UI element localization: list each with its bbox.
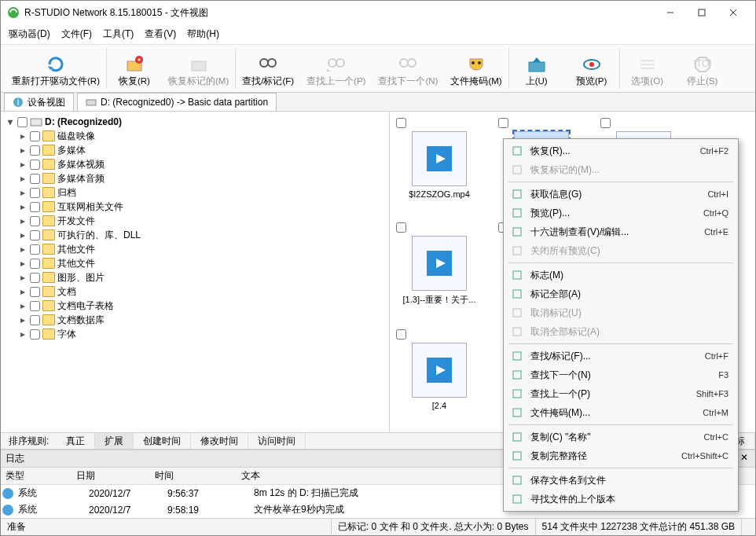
menu-item-find[interactable]: 查找/标记(F)...Ctrl+F — [505, 347, 736, 365]
collapse-icon[interactable]: ▾ — [6, 116, 15, 127]
tool-recover[interactable]: 恢复(R) — [107, 48, 162, 89]
expand-icon[interactable]: ▸ — [18, 145, 28, 156]
file-thumb[interactable]: [2.4 — [396, 329, 483, 410]
tree-checkbox[interactable] — [30, 230, 40, 240]
expand-icon[interactable]: ▸ — [18, 173, 28, 184]
expand-icon[interactable]: ▸ — [18, 329, 28, 340]
tree-checkbox[interactable] — [30, 315, 40, 325]
file-thumb[interactable]: [1.3]--重要！关于... — [396, 222, 483, 306]
menu-help[interactable]: 帮助(H) — [187, 28, 219, 41]
file-checkbox[interactable] — [396, 329, 406, 340]
tool-mask[interactable]: 文件掩码(M) — [444, 48, 508, 89]
tool-find-prev[interactable]: 查找上一个(P) — [300, 48, 372, 89]
tree-checkbox[interactable] — [30, 160, 40, 170]
maximize-button[interactable] — [686, 2, 717, 24]
expand-icon[interactable]: ▸ — [18, 286, 28, 297]
tool-find[interactable]: 查找/标记(F) — [236, 48, 300, 89]
menu-drive[interactable]: 驱动器(D) — [9, 28, 50, 41]
tool-options[interactable]: 选项(O) — [620, 48, 675, 89]
expand-icon[interactable]: ▸ — [18, 314, 28, 325]
tree-root[interactable]: ▾ D: (Recognized0) — [1, 115, 389, 129]
tool-reopen[interactable]: 重新打开驱动文件(R) — [6, 48, 106, 89]
tree-checkbox[interactable] — [30, 188, 40, 198]
tree-checkbox[interactable] — [30, 273, 40, 283]
tree-checkbox[interactable] — [30, 259, 40, 269]
tree-item[interactable]: ▸其他文件 — [1, 242, 389, 256]
menu-item-save[interactable]: 保存文件名到文件 — [505, 471, 736, 490]
folder-tree[interactable]: ▾ D: (Recognized0) ▸磁盘映像▸多媒体▸多媒体视频▸多媒体音频… — [1, 112, 390, 432]
menu-item-hex[interactable]: 十六进制查看(V)/编辑...Ctrl+E — [505, 222, 736, 241]
tree-item[interactable]: ▸互联网相关文件 — [1, 200, 389, 214]
tree-checkbox[interactable] — [30, 244, 40, 255]
menu-item-recover[interactable]: 恢复(R)...Ctrl+F2 — [505, 141, 736, 160]
tool-preview[interactable]: 预览(P) — [564, 48, 619, 89]
tab-device-view[interactable]: i 设备视图 — [4, 93, 74, 111]
expand-icon[interactable]: ▸ — [18, 159, 28, 170]
tree-checkbox[interactable] — [30, 301, 40, 311]
expand-icon[interactable]: ▸ — [18, 215, 28, 226]
menu-item-info[interactable]: 获取信息(G)Ctrl+I — [505, 185, 736, 204]
menu-file[interactable]: 文件(F) — [61, 28, 92, 41]
close-button[interactable] — [717, 2, 749, 24]
menu-item-mark[interactable]: 标志(M) — [505, 266, 736, 285]
tab-path[interactable]: D: (Recognized0) -> Basic data partition — [77, 93, 277, 111]
menu-tools[interactable]: 工具(T) — [103, 28, 134, 41]
menu-item-mark-all[interactable]: 标记全部(A) — [505, 285, 736, 303]
menu-item-find-next[interactable]: 查找下一个(N)F3 — [505, 365, 736, 384]
file-checkbox[interactable] — [600, 118, 611, 128]
tree-checkbox[interactable] — [30, 216, 40, 226]
tree-item[interactable]: ▸文档数据库 — [1, 313, 389, 327]
tree-checkbox[interactable] — [30, 202, 40, 212]
tree-item[interactable]: ▸文档电子表格 — [1, 299, 389, 313]
tree-item[interactable]: ▸多媒体 — [1, 143, 389, 157]
menu-item-copy-path[interactable]: 复制完整路径Ctrl+Shift+C — [505, 446, 736, 465]
expand-icon[interactable]: ▸ — [18, 272, 28, 283]
sort-atime[interactable]: 访问时间 — [248, 433, 306, 449]
menu-item-previous[interactable]: 寻找文件的上个版本 — [505, 490, 736, 508]
sort-mtime[interactable]: 修改时间 — [191, 433, 248, 449]
tree-item[interactable]: ▸可执行的、库、DLL — [1, 228, 389, 242]
tree-item[interactable]: ▸多媒体视频 — [1, 157, 389, 171]
svg-rect-54 — [513, 390, 521, 398]
tree-checkbox[interactable] — [30, 329, 40, 340]
expand-icon[interactable]: ▸ — [18, 201, 28, 212]
tree-item[interactable]: ▸字体 — [1, 327, 389, 341]
tool-stop[interactable]: STOP停止(S) — [675, 48, 730, 89]
expand-icon[interactable]: ▸ — [18, 244, 28, 255]
file-checkbox[interactable] — [396, 118, 406, 128]
file-checkbox[interactable] — [498, 118, 508, 128]
tree-item[interactable]: ▸开发文件 — [1, 214, 389, 228]
tree-checkbox[interactable] — [17, 117, 28, 127]
tree-item[interactable]: ▸归档 — [1, 185, 389, 200]
tree-checkbox[interactable] — [30, 145, 40, 156]
tool-find-next[interactable]: 查找下一个(N) — [372, 48, 444, 89]
tree-item[interactable]: ▸其他文件 — [1, 256, 389, 270]
tree-item[interactable]: ▸文档 — [1, 285, 389, 299]
menu-item-preview[interactable]: 预览(P)...Ctrl+Q — [505, 204, 736, 222]
expand-icon[interactable]: ▸ — [18, 229, 28, 240]
expand-icon[interactable]: ▸ — [18, 258, 28, 269]
tree-item[interactable]: ▸磁盘映像 — [1, 129, 389, 143]
sort-ext[interactable]: 扩展 — [95, 433, 134, 449]
menu-view[interactable]: 查看(V) — [145, 28, 176, 41]
expand-icon[interactable]: ▸ — [18, 187, 28, 198]
menu-item-mask[interactable]: 文件掩码(M)...Ctrl+M — [505, 403, 736, 422]
sort-real[interactable]: 真正 — [57, 433, 95, 449]
tree-item[interactable]: ▸多媒体音频 — [1, 171, 389, 185]
tool-up[interactable]: 上(U) — [509, 48, 564, 89]
menu-item-copy[interactable]: 复制(C) "名称"Ctrl+C — [505, 428, 736, 446]
menu-item-find-prev[interactable]: 查找上一个(P)Shift+F3 — [505, 384, 736, 403]
expand-icon[interactable]: ▸ — [18, 300, 28, 311]
tree-checkbox[interactable] — [30, 287, 40, 297]
file-thumb[interactable]: $I2ZSZOG.mp4 — [396, 118, 483, 199]
file-checkbox[interactable] — [396, 222, 406, 233]
tree-checkbox[interactable] — [30, 174, 40, 184]
expand-icon[interactable]: ▸ — [18, 130, 28, 141]
log-close-button[interactable]: ✕ — [738, 452, 750, 465]
tree-item[interactable]: ▸图形、图片 — [1, 270, 389, 285]
minimize-button[interactable] — [655, 2, 686, 24]
tree-checkbox[interactable] — [30, 131, 40, 141]
status-resize-grip[interactable] — [741, 519, 755, 535]
sort-ctime[interactable]: 创建时间 — [134, 433, 191, 449]
tool-recover-marked[interactable]: 恢复标记的(M) — [162, 48, 235, 89]
